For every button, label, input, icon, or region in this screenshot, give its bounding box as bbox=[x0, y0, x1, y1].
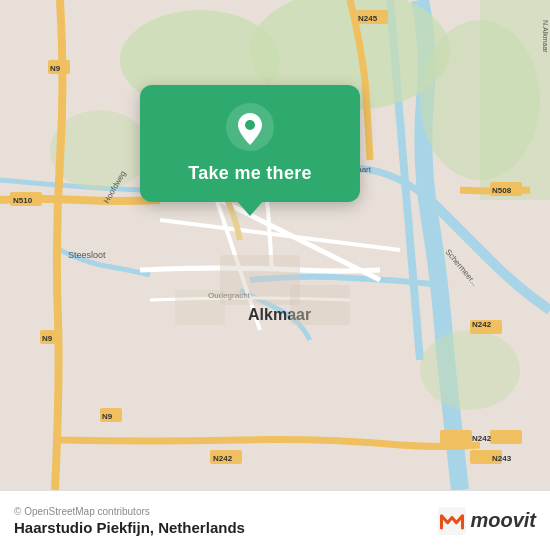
svg-text:N508: N508 bbox=[492, 186, 512, 195]
svg-point-39 bbox=[245, 120, 255, 130]
svg-rect-12 bbox=[440, 430, 472, 444]
svg-text:N242: N242 bbox=[472, 320, 492, 329]
svg-point-5 bbox=[420, 330, 520, 410]
footer-info: © OpenStreetMap contributors Haarstudio … bbox=[14, 506, 245, 536]
svg-text:N242: N242 bbox=[472, 434, 492, 443]
svg-text:N9: N9 bbox=[102, 412, 113, 421]
svg-text:N9: N9 bbox=[50, 64, 61, 73]
map-container: Hoofdweg Steesloot Hoornse Vaart Scherme… bbox=[0, 0, 550, 490]
svg-rect-15 bbox=[490, 430, 522, 444]
footer-bar: © OpenStreetMap contributors Haarstudio … bbox=[0, 490, 550, 550]
moovit-logo: moovit bbox=[438, 507, 536, 535]
moovit-text: moovit bbox=[470, 509, 536, 532]
svg-rect-37 bbox=[175, 290, 225, 325]
copyright-text: © OpenStreetMap contributors bbox=[14, 506, 245, 517]
svg-text:Steesloot: Steesloot bbox=[68, 250, 106, 260]
svg-rect-35 bbox=[220, 255, 300, 305]
take-me-there-button[interactable]: Take me there bbox=[188, 161, 312, 186]
svg-rect-36 bbox=[290, 285, 350, 325]
location-title: Haarstudio Piekfijn, Netherlands bbox=[14, 519, 245, 536]
svg-text:N510: N510 bbox=[13, 196, 33, 205]
location-pin-icon bbox=[226, 103, 274, 151]
svg-text:N9: N9 bbox=[42, 334, 53, 343]
svg-text:N.Alkmaar: N.Alkmaar bbox=[542, 20, 549, 53]
svg-text:N242: N242 bbox=[213, 454, 233, 463]
svg-text:N243: N243 bbox=[492, 454, 512, 463]
navigation-popup: Take me there bbox=[140, 85, 360, 202]
svg-text:N245: N245 bbox=[358, 14, 378, 23]
moovit-icon bbox=[438, 507, 466, 535]
svg-rect-6 bbox=[480, 0, 550, 200]
